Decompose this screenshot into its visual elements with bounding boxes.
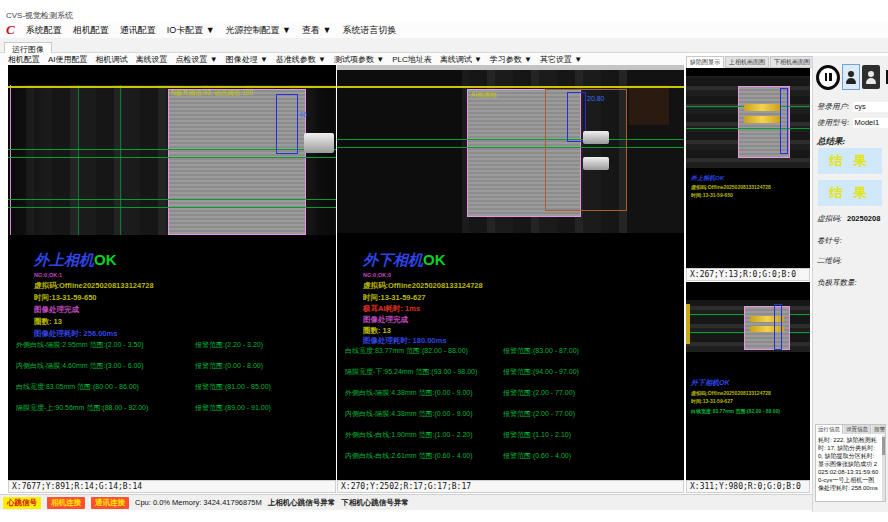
camera-connect-badge: 相机连接 [47,497,85,509]
heartbeat-badge: 心跳信号 [3,497,41,509]
tool-ai-use-config[interactable]: AI使用配置 [48,54,88,65]
app-logo-icon: C [6,24,15,36]
tool-learn-params[interactable]: 学习参数 ▼ [490,54,532,65]
menu-view[interactable]: 查看 ▼ [302,24,331,37]
time-text: 时间:13-31-59-627 [363,293,426,303]
app-window: CVS-视觉检测系统 C 系统配置 相机配置 通讯配置 IO卡配置 ▼ 光源控制… [0,0,888,522]
camera-thumbnail-panel[interactable]: 外下相机OK 虚拟码:Offline20250208133124728 时间:1… [686,282,810,480]
machine-part [629,85,669,125]
model-value[interactable]: Model1 [853,118,888,128]
measurement-value: 内侧白线-隔膜:4.60mm 范围:(3.00 - 6.00) [16,362,144,369]
menu-camera-config[interactable]: 相机配置 [73,24,109,37]
measurement-alarm-range: 报警范围:(83.00 - 87.00) [503,346,579,356]
menu-language-switch[interactable]: 系统语言切换 [342,24,396,37]
measure-line-v [78,85,79,235]
virtual-code-value: 20250208 [845,214,882,224]
measurement-alarm-range: 报警范围:(89.00 - 91.00) [195,403,271,413]
result-box-lower: 结 果 [818,180,882,206]
total-result-label: 总结果: [817,136,845,148]
tool-offline-setting[interactable]: 离线设置 [136,54,168,65]
measurement-row: 内侧白线-隔膜:4.60mm 范围:(3.00 - 6.00) 报警范围:(0.… [16,361,336,371]
exit-button[interactable] [882,64,888,90]
camera-name: 外下相机 [363,251,423,268]
tab-settings-info[interactable]: 设置信息 [844,425,871,434]
measure-line-h [337,147,684,148]
login-user-button[interactable] [842,64,860,90]
login-user-row: 登录用户: cys [817,102,888,112]
operator-button[interactable] [862,65,880,89]
defect-highlight [744,116,780,123]
tool-image-process[interactable]: 图像处理 ▼ [226,54,268,65]
negative-tab-count-label: 负极耳数量: [817,278,857,288]
tool-offline-debug[interactable]: 离线调试 ▼ [440,54,482,65]
login-user-value[interactable]: cys [853,102,888,112]
model-label: 使用型号: [817,118,850,128]
measurement-alarm-range: 报警范围:(2.20 - 3.20) [195,340,263,350]
ng-ok-counter: NG:0;OK:1 [34,272,62,278]
measurement-value: 隔膜宽度-下:95.24mm 范围:(93.00 - 98.00) [345,368,477,375]
camera-thumbnail-coords: X:311;Y:980;R:0;G:0;B:0 [686,480,810,493]
roi-box-blue [780,88,788,154]
lower-camera-image[interactable]: 20.80 AI检测框 [337,65,684,233]
turns-text: 圈数: 13 [34,317,62,327]
defect-thumbnail-panel[interactable]: 外上相机OK 虚拟码:Offline20250208133124728 时间:1… [686,68,810,268]
status-ok: OK [423,251,446,268]
tool-other-settings[interactable]: 其它设置 ▼ [540,54,582,65]
thumb-log-line: 虚拟码:Offline20250208133124728 [691,390,771,396]
measure-line-h [337,139,684,140]
measurement-value: 外侧白线-隔膜:2.95mm 范围:(2.00 - 3.50) [16,341,144,348]
electrode-tab [583,157,609,170]
tool-camera-debug[interactable]: 相机调试 [96,54,128,65]
log-scrollbar[interactable] [882,435,885,501]
menu-system-config[interactable]: 系统配置 [26,24,62,37]
menu-light-config[interactable]: 光源控制配置 ▼ [226,24,291,37]
camera-name: 外上相机 [34,251,94,268]
tab-lower-camera-view[interactable]: 下相机画面图 [770,56,814,68]
negative-tab-count-row: 负极耳数量: [817,278,864,288]
tool-baseline-params[interactable]: 基准线参数 ▼ [276,54,326,65]
tool-spot-check[interactable]: 点检设置 ▼ [176,54,218,65]
roi-box-blue [774,304,782,350]
lower-camera-panel: 20.80 AI检测框 外下相机OK NG:0;OK:0 虚拟码:Offline… [337,65,684,480]
tab-upper-camera-view[interactable]: 上相机画面图 [725,56,769,68]
pause-button[interactable] [816,64,840,90]
ng-ok-counter: NG:0;OK:0 [363,272,391,278]
upper-camera-coords: X:7677;Y:891;R:14;G:14;B:14 [8,480,336,493]
camera-name: 外下相机 [691,379,719,386]
virtual-code-label: 虚拟码: [817,214,842,224]
measurement-row: 隔膜宽度-上:90.56mm 范围:(88.00 - 92.00) 报警范围:(… [16,403,336,413]
tool-plc-address[interactable]: PLC地址表 [392,54,432,65]
measurement-value: 外侧白线-白线:1.90mm 范围:(1.00 - 2.20) [345,431,473,438]
tab-run-info[interactable]: 运行信息 [816,425,843,434]
dark-region [337,65,462,233]
thumb-log-title: 外上相机OK [691,174,724,183]
user-icon [845,71,857,84]
process-done-text: 图像处理完成 [363,315,408,325]
tab-alarm-info[interactable]: 报警信息 [872,425,886,434]
upper-camera-image[interactable]: 46 N极耳阈值:93, 动态阈值:100 [8,85,336,235]
model-row: 使用型号: Model1 [817,118,888,128]
measurement-row: 白线宽度:83.77mm 范围:(82.00 - 88.00) 报警范围:(83… [345,346,675,356]
tab-defect-image[interactable]: 缺陷图显示 [686,56,724,68]
result-text: 结 果 [829,184,870,202]
tool-test-params[interactable]: 测试项参数 ▼ [334,54,384,65]
ai-time-text: 极耳AI耗时: 1ms [363,304,420,314]
turns-text: 圈数: 13 [363,326,391,336]
menu-io-config[interactable]: IO卡配置 ▼ [167,24,215,37]
tool-camera-config[interactable]: 相机配置 [8,54,40,65]
window-title: CVS-视觉检测系统 [6,10,73,21]
menu-comm-config[interactable]: 通讯配置 [120,24,156,37]
measurement-alarm-range: 报警范围:(2.00 - 77.00) [503,409,575,419]
camera-thumbnail-image [686,300,810,352]
threshold-overlay-text: N极耳阈值:93, 动态阈值:100 [171,89,253,98]
measurement-alarm-range: 报警范围:(94.00 - 97.00) [503,367,579,377]
ai-box-overlay-text: AI检测框 [471,91,497,100]
status-ok: OK [719,379,730,386]
measurement-value: 内侧白线-白线:2.61mm 范围:(0.60 - 4.00) [345,452,473,459]
status-ok: OK [94,251,117,268]
measurement-value: 白线宽度:83.77mm 范围:(82.00 - 88.00) [345,347,468,354]
measurement-alarm-range: 报警范围:(81.00 - 85.00) [195,382,271,392]
light-rail [337,65,684,70]
defect-highlight [744,104,780,111]
measurement-row: 隔膜宽度-下:95.24mm 范围:(93.00 - 98.00) 报警范围:(… [345,367,675,377]
